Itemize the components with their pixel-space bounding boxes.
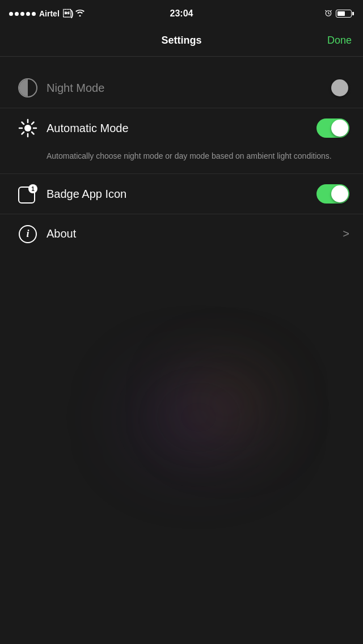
about-label: About [47,227,338,240]
svg-line-6 [22,122,24,125]
nav-bar: Settings Done [0,25,363,57]
alarm-icon [324,9,332,19]
night-mode-label: Night Mode [47,82,316,95]
badge-count: 1 [28,184,37,193]
status-left: Airtel ) [9,9,85,18]
svg-line-8 [32,122,34,125]
settings-content: Night Mode Automatic Mode [0,57,363,265]
automatic-mode-icon [14,118,42,138]
done-button[interactable]: Done [327,35,352,46]
automatic-mode-description-row: Automatically choose night mode or day m… [0,148,363,173]
carrier-label: Airtel [39,9,60,18]
about-icon: i [14,225,42,243]
svg-line-7 [32,132,34,134]
wifi-icon: ) [63,9,85,18]
nav-title: Settings [161,35,201,46]
status-right [324,9,354,19]
badge-app-icon-row: 1 Badge App Icon [0,173,363,214]
status-time: 23:04 [170,9,193,19]
night-mode-row: Night Mode [0,68,363,108]
automatic-mode-toggle[interactable] [316,118,349,138]
automatic-mode-row: Automatic Mode [0,108,363,148]
night-mode-icon [14,78,42,98]
battery-indicator [336,10,354,18]
svg-point-1 [24,125,31,132]
signal-dots [9,12,36,16]
automatic-mode-description: Automatically choose night mode or day m… [47,151,332,160]
badge-app-icon-toggle[interactable] [316,184,349,204]
badge-app-icon-label: Badge App Icon [47,188,316,201]
night-mode-toggle[interactable] [316,78,349,98]
about-chevron-icon: > [343,227,349,240]
svg-line-9 [22,132,24,134]
automatic-mode-label: Automatic Mode [47,122,316,135]
badge-app-icon-icon: 1 [14,184,42,204]
status-bar: Airtel ) 23:04 [0,0,363,25]
about-row[interactable]: i About > [0,214,363,253]
